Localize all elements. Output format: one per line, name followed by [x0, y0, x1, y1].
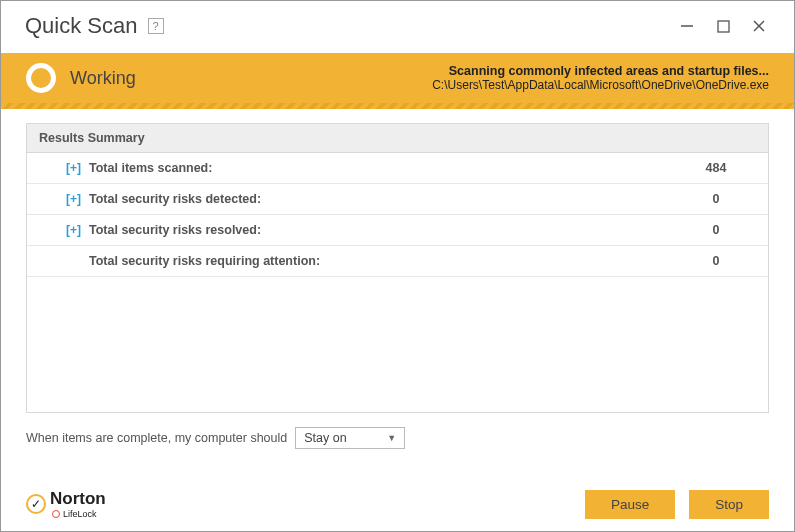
footer-buttons: Pause Stop: [585, 490, 769, 519]
result-value: 0: [676, 254, 756, 268]
expand-icon[interactable]: [+]: [66, 161, 81, 175]
result-row: [+] Total security risks detected: 0: [27, 184, 768, 215]
results-panel: Results Summary [+] Total items scanned:…: [26, 123, 769, 413]
close-button[interactable]: [748, 15, 770, 37]
titlebar: Quick Scan ?: [1, 1, 794, 53]
result-label: Total security risks requiring attention…: [89, 254, 676, 268]
stop-button[interactable]: Stop: [689, 490, 769, 519]
brand-subline: LifeLock: [52, 509, 106, 519]
main-area: Results Summary [+] Total items scanned:…: [1, 109, 794, 413]
completion-dropdown[interactable]: Stay on ▼: [295, 427, 405, 449]
brand-logo: ✓ Norton LifeLock: [26, 489, 106, 519]
titlebar-left: Quick Scan ?: [25, 13, 164, 39]
completion-selected: Stay on: [304, 431, 346, 445]
maximize-button[interactable]: [712, 15, 734, 37]
result-row: Total security risks requiring attention…: [27, 246, 768, 277]
help-icon[interactable]: ?: [148, 18, 164, 34]
brand-name: Norton: [50, 489, 106, 509]
status-right: Scanning commonly infected areas and sta…: [432, 64, 769, 92]
result-row: [+] Total items scanned: 484: [27, 153, 768, 184]
result-value: 484: [676, 161, 756, 175]
completion-row: When items are complete, my computer sho…: [1, 413, 794, 449]
lifelock-icon: [52, 510, 60, 518]
status-current-path: C:\Users\Test\AppData\Local\Microsoft\On…: [432, 78, 769, 92]
result-label: Total security risks detected:: [89, 192, 676, 206]
footer: ✓ Norton LifeLock Pause Stop: [1, 479, 794, 531]
chevron-down-icon: ▼: [387, 433, 396, 443]
result-label: Total security risks resolved:: [89, 223, 676, 237]
svg-rect-1: [718, 21, 729, 32]
status-state: Working: [70, 68, 136, 89]
results-header: Results Summary: [27, 124, 768, 153]
result-value: 0: [676, 223, 756, 237]
status-left: Working: [26, 63, 136, 93]
spinner-icon: [26, 63, 56, 93]
result-row: [+] Total security risks resolved: 0: [27, 215, 768, 246]
status-bar: Working Scanning commonly infected areas…: [1, 53, 794, 103]
status-heading: Scanning commonly infected areas and sta…: [432, 64, 769, 78]
expand-icon[interactable]: [+]: [66, 192, 81, 206]
result-label: Total items scanned:: [89, 161, 676, 175]
checkmark-icon: ✓: [26, 494, 46, 514]
window-controls: [676, 15, 770, 37]
minimize-button[interactable]: [676, 15, 698, 37]
expand-icon[interactable]: [+]: [66, 223, 81, 237]
pause-button[interactable]: Pause: [585, 490, 675, 519]
brand-sub: LifeLock: [63, 509, 97, 519]
result-value: 0: [676, 192, 756, 206]
completion-label: When items are complete, my computer sho…: [26, 431, 287, 445]
window-title: Quick Scan: [25, 13, 138, 39]
